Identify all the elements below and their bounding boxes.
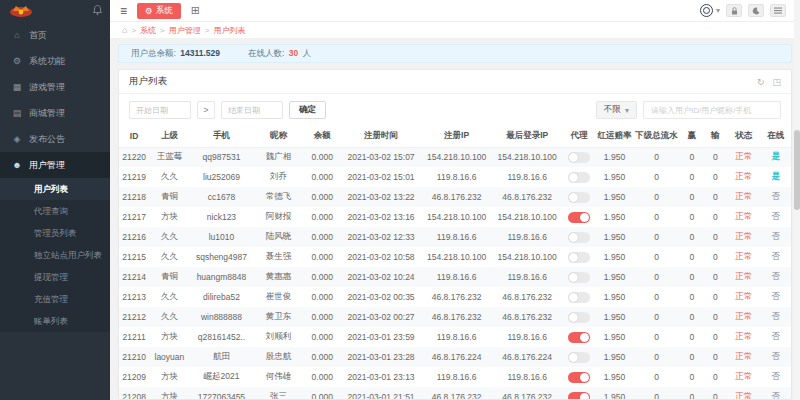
sidebar-subitem[interactable]: 充值管理 bbox=[0, 288, 110, 310]
confirm-button[interactable]: 确定 bbox=[289, 101, 326, 119]
sidebar-subitem[interactable]: 独立站点用户列表 bbox=[0, 244, 110, 266]
agent-toggle[interactable] bbox=[568, 152, 590, 163]
sidebar-subitem[interactable]: 提现管理 bbox=[0, 266, 110, 288]
main-area: ≡ ⚙ 系统 ⊞ ▾ bbox=[110, 0, 800, 400]
moon-icon-button[interactable] bbox=[748, 4, 764, 17]
online-indicator: 否 bbox=[772, 211, 781, 221]
refresh-icon[interactable]: ↻ bbox=[757, 77, 765, 87]
status-badge[interactable]: 正常 bbox=[735, 351, 752, 361]
odds-cell: 1.950 bbox=[596, 227, 633, 247]
reg_ip-cell: 119.8.16.6 bbox=[421, 167, 492, 187]
status-badge[interactable]: 正常 bbox=[735, 371, 752, 381]
expand-icon[interactable]: ◳ bbox=[772, 77, 781, 87]
agent-toggle[interactable] bbox=[568, 392, 590, 399]
online-cell: 否 bbox=[761, 287, 791, 307]
reg_ip-cell: 119.8.16.6 bbox=[421, 327, 492, 347]
start-date-input[interactable] bbox=[129, 101, 191, 119]
user-avatar-button[interactable]: ▾ bbox=[700, 4, 720, 17]
sidebar-item[interactable]: ⌂首页 bbox=[0, 22, 110, 48]
sidebar-subitem[interactable]: 管理员列表 bbox=[0, 222, 110, 244]
agent-toggle[interactable] bbox=[568, 232, 590, 243]
search-input[interactable] bbox=[643, 101, 781, 119]
sidebar-subitem[interactable]: 用户列表 bbox=[0, 178, 110, 200]
status-badge[interactable]: 正常 bbox=[735, 391, 752, 399]
menu-list-icon-button[interactable] bbox=[770, 4, 786, 17]
home-icon[interactable]: ⌂ bbox=[122, 25, 127, 35]
sidebar-item[interactable]: ▤商城管理 bbox=[0, 100, 110, 126]
odds-cell: 1.950 bbox=[596, 367, 633, 387]
sidebar-subitem[interactable]: 账单列表 bbox=[0, 310, 110, 332]
flow-cell: 0 bbox=[633, 187, 680, 207]
date-range-arrow-icon[interactable]: > bbox=[197, 101, 215, 119]
sidebar-item[interactable]: ☻用户管理 bbox=[0, 152, 110, 178]
toggle-knob bbox=[569, 273, 578, 282]
reg_time-cell: 2021-03-02 10:58 bbox=[341, 247, 422, 267]
flow-cell: 0 bbox=[633, 227, 680, 247]
sidebar-item[interactable]: ⚙系统功能 bbox=[0, 48, 110, 74]
breadcrumb-link-user-list[interactable]: 用户列表 bbox=[213, 25, 245, 36]
bell-icon[interactable] bbox=[93, 5, 102, 17]
agent-toggle[interactable] bbox=[568, 352, 590, 363]
agent-toggle[interactable] bbox=[568, 192, 590, 203]
nickname-cell: 魏广相 bbox=[253, 147, 303, 167]
nickname-cell: 刘乔 bbox=[253, 167, 303, 187]
last_ip-cell: 46.8.176.224 bbox=[492, 347, 563, 367]
sidebar-item[interactable]: ◈发布公告 bbox=[0, 126, 110, 152]
agent-toggle[interactable] bbox=[568, 172, 590, 183]
reg_ip-cell: 119.8.16.6 bbox=[421, 367, 492, 387]
lose-cell: 0 bbox=[704, 167, 728, 187]
status-cell: 正常 bbox=[727, 327, 761, 347]
status-badge[interactable]: 正常 bbox=[735, 271, 752, 281]
status-cell: 正常 bbox=[727, 207, 761, 227]
agent-toggle[interactable] bbox=[568, 212, 590, 223]
lock-icon-button[interactable] bbox=[726, 4, 742, 17]
balance-cell: 0.000 bbox=[304, 267, 341, 287]
column-header: 下级总流水 bbox=[633, 126, 680, 147]
agent-toggle[interactable] bbox=[568, 272, 590, 283]
status-badge[interactable]: 正常 bbox=[735, 171, 752, 181]
tab-system-label: 系统 bbox=[156, 5, 173, 17]
status-badge[interactable]: 正常 bbox=[735, 291, 752, 301]
breadcrumb-link-user-mgmt[interactable]: 用户管理 bbox=[169, 25, 201, 36]
vertical-scrollbar[interactable] bbox=[794, 0, 800, 400]
sidebar-subitem[interactable]: 代理查询 bbox=[0, 200, 110, 222]
nickname-cell: 黄卫东 bbox=[253, 307, 303, 327]
last_ip-cell: 119.8.16.6 bbox=[492, 267, 563, 287]
online-count-stat: 在线人数: 30 人 bbox=[248, 48, 311, 60]
column-header: 注册IP bbox=[421, 126, 492, 147]
flow-cell: 0 bbox=[633, 347, 680, 367]
status-badge[interactable]: 正常 bbox=[735, 211, 752, 221]
status-badge[interactable]: 正常 bbox=[735, 151, 752, 161]
phone-cell: nick123 bbox=[190, 207, 254, 227]
breadcrumb-link-system[interactable]: 系统 bbox=[140, 25, 156, 36]
status-badge[interactable]: 正常 bbox=[735, 311, 752, 321]
parent-cell: 方块 bbox=[149, 367, 189, 387]
agent-toggle[interactable] bbox=[568, 332, 590, 343]
end-date-input[interactable] bbox=[221, 101, 283, 119]
status-cell: 正常 bbox=[727, 287, 761, 307]
hamburger-icon[interactable]: ≡ bbox=[116, 4, 131, 18]
app-window: ⌂首页⚙系统功能▦游戏管理▤商城管理◈发布公告☻用户管理用户列表代理查询管理员列… bbox=[0, 0, 800, 400]
agent-toggle[interactable] bbox=[568, 312, 590, 323]
agent-toggle[interactable] bbox=[568, 372, 590, 383]
status-badge[interactable]: 正常 bbox=[735, 231, 752, 241]
agent-toggle[interactable] bbox=[568, 292, 590, 303]
nickname-cell: 崔世俊 bbox=[253, 287, 303, 307]
agent-toggle[interactable] bbox=[568, 252, 590, 263]
status-badge[interactable]: 正常 bbox=[735, 251, 752, 261]
flow-cell: 0 bbox=[633, 387, 680, 399]
last_ip-cell: 119.8.16.6 bbox=[492, 227, 563, 247]
phone-cell: qq987531 bbox=[190, 147, 254, 167]
odds-cell: 1.950 bbox=[596, 147, 633, 167]
scrollbar-thumb[interactable] bbox=[794, 130, 800, 210]
scope-dropdown[interactable]: 不限 ▾ bbox=[596, 101, 637, 119]
sidebar-item[interactable]: ▦游戏管理 bbox=[0, 74, 110, 100]
phone-cell: huangm8848 bbox=[190, 267, 254, 287]
status-badge[interactable]: 正常 bbox=[735, 331, 752, 341]
grid-tab-icon[interactable]: ⊞ bbox=[187, 4, 204, 17]
nickname-cell: 陆风晓 bbox=[253, 227, 303, 247]
lose-cell: 0 bbox=[704, 287, 728, 307]
agent-cell bbox=[562, 347, 596, 367]
tab-system[interactable]: ⚙ 系统 bbox=[137, 3, 181, 19]
status-badge[interactable]: 正常 bbox=[735, 191, 752, 201]
